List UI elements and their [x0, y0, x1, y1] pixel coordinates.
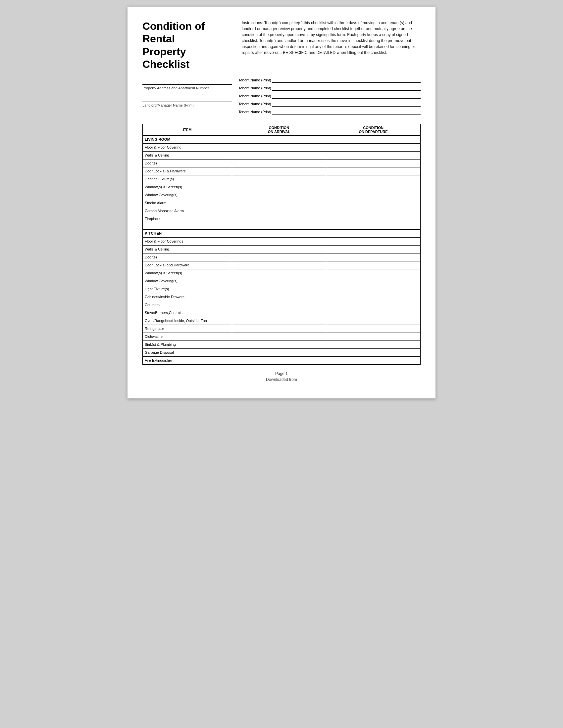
table-row: Fireplace [143, 215, 421, 223]
table-row: Window Covering(s) [143, 277, 421, 285]
item-cell-0-0: Floor & Floor Covering [143, 143, 232, 151]
departure-cell-1-3[interactable] [326, 261, 421, 269]
section-header-0: LIVING ROOM [143, 135, 421, 143]
item-cell-1-13: Sink(s) & Plumbing [143, 341, 232, 348]
departure-cell-1-13[interactable] [326, 341, 421, 348]
arrival-cell-1-3[interactable] [232, 261, 326, 269]
item-cell-0-6: Window Covering(s) [143, 191, 232, 199]
departure-cell-0-4[interactable] [326, 175, 421, 183]
arrival-cell-0-8[interactable] [232, 207, 326, 215]
arrival-cell-1-14[interactable] [232, 348, 326, 356]
arrival-cell-1-5[interactable] [232, 277, 326, 285]
tenant-label-4: Tenant Name (Print) [238, 102, 271, 106]
departure-cell-0-2[interactable] [326, 159, 421, 167]
item-cell-0-7: Smoke Alarm [143, 199, 232, 207]
landlord-name-line [142, 95, 232, 102]
arrival-cell-1-7[interactable] [232, 293, 326, 301]
item-cell-0-2: Door(s) [143, 159, 232, 167]
table-row: Light Fixture(s) [143, 285, 421, 293]
arrival-cell-0-3[interactable] [232, 167, 326, 175]
form-section: Property Address and Apartment Number La… [142, 77, 421, 117]
departure-cell-0-0[interactable] [326, 143, 421, 151]
departure-cell-1-6[interactable] [326, 285, 421, 293]
arrival-cell-1-4[interactable] [232, 269, 326, 277]
table-row: Cabinets/Inside Drawers [143, 293, 421, 301]
section-header-1: KITCHEN [143, 229, 421, 237]
col-header-departure: CONDITIONON DEPARTURE [326, 124, 421, 135]
arrival-cell-1-1[interactable] [232, 245, 326, 253]
departure-cell-1-10[interactable] [326, 317, 421, 325]
table-row: Fire Extinguisher [143, 356, 421, 364]
table-row: Floor & Floor Covering [143, 143, 421, 151]
table-row: Window(s) & Screen(s) [143, 183, 421, 191]
arrival-cell-1-15[interactable] [232, 356, 326, 364]
table-row: Smoke Alarm [143, 199, 421, 207]
departure-cell-0-3[interactable] [326, 167, 421, 175]
departure-cell-1-12[interactable] [326, 333, 421, 341]
departure-cell-1-15[interactable] [326, 356, 421, 364]
departure-cell-1-14[interactable] [326, 348, 421, 356]
arrival-cell-0-7[interactable] [232, 199, 326, 207]
departure-cell-1-11[interactable] [326, 325, 421, 333]
departure-cell-1-8[interactable] [326, 301, 421, 309]
arrival-cell-1-8[interactable] [232, 301, 326, 309]
item-cell-1-1: Walls & Ceiling [143, 245, 232, 253]
left-fields: Property Address and Apartment Number La… [142, 77, 232, 117]
downloaded-from: Downloaded from [142, 377, 421, 382]
table-row: Carbon Monoxide Alarm [143, 207, 421, 215]
departure-cell-1-7[interactable] [326, 293, 421, 301]
item-cell-1-11: Refrigerator [143, 325, 232, 333]
arrival-cell-0-6[interactable] [232, 191, 326, 199]
arrival-cell-1-11[interactable] [232, 325, 326, 333]
landlord-label: Landlord/Manager Name (Print) [142, 103, 232, 107]
title-block: Condition of Rental Property Checklist [142, 20, 232, 71]
spacer-row [143, 223, 421, 229]
departure-cell-0-5[interactable] [326, 183, 421, 191]
tenant-field-4: Tenant Name (Print) [238, 101, 421, 107]
arrival-cell-0-1[interactable] [232, 151, 326, 159]
arrival-cell-0-4[interactable] [232, 175, 326, 183]
table-row: Counters [143, 301, 421, 309]
page-number: Page 1 [142, 371, 421, 376]
arrival-cell-0-0[interactable] [232, 143, 326, 151]
table-row: Walls & Ceiling [143, 245, 421, 253]
table-row: Door Lock(s) and Hardware [143, 261, 421, 269]
tenant-field-1: Tenant Name (Print) [238, 77, 421, 83]
arrival-cell-0-2[interactable] [232, 159, 326, 167]
item-cell-0-3: Door Lock(s) & Hardware [143, 167, 232, 175]
table-row: Garbage Disposal [143, 348, 421, 356]
departure-cell-1-4[interactable] [326, 269, 421, 277]
departure-cell-1-5[interactable] [326, 277, 421, 285]
arrival-cell-0-5[interactable] [232, 183, 326, 191]
departure-cell-1-2[interactable] [326, 253, 421, 261]
arrival-cell-1-13[interactable] [232, 341, 326, 348]
arrival-cell-1-12[interactable] [232, 333, 326, 341]
item-cell-1-10: Oven/Rangehood Inside, Outside, Fan [143, 317, 232, 325]
arrival-cell-1-0[interactable] [232, 237, 326, 245]
page-title: Condition of Rental Property Checklist [142, 20, 232, 71]
tenant-field-2: Tenant Name (Print) [238, 85, 421, 91]
tenant-field-3: Tenant Name (Print) [238, 93, 421, 99]
departure-cell-1-0[interactable] [326, 237, 421, 245]
item-cell-1-9: Stove/Burners,Controls [143, 309, 232, 317]
departure-cell-0-1[interactable] [326, 151, 421, 159]
departure-cell-0-7[interactable] [326, 199, 421, 207]
departure-cell-1-1[interactable] [326, 245, 421, 253]
departure-cell-0-6[interactable] [326, 191, 421, 199]
item-cell-1-14: Garbage Disposal [143, 348, 232, 356]
table-row: Stove/Burners,Controls [143, 309, 421, 317]
departure-cell-0-8[interactable] [326, 207, 421, 215]
arrival-cell-1-6[interactable] [232, 285, 326, 293]
tenant-field-5: Tenant Name (Print) [238, 109, 421, 114]
instructions-text: Instructions: Tenant(s) complete(s) this… [242, 20, 421, 71]
departure-cell-0-9[interactable] [326, 215, 421, 223]
arrival-cell-1-2[interactable] [232, 253, 326, 261]
arrival-cell-1-9[interactable] [232, 309, 326, 317]
item-cell-1-0: Floor & Floor Coverings [143, 237, 232, 245]
item-cell-1-4: Window(s) & Screen(s) [143, 269, 232, 277]
arrival-cell-0-9[interactable] [232, 215, 326, 223]
departure-cell-1-9[interactable] [326, 309, 421, 317]
table-row: Window(s) & Screen(s) [143, 269, 421, 277]
property-address-label: Property Address and Apartment Number [142, 86, 232, 90]
arrival-cell-1-10[interactable] [232, 317, 326, 325]
